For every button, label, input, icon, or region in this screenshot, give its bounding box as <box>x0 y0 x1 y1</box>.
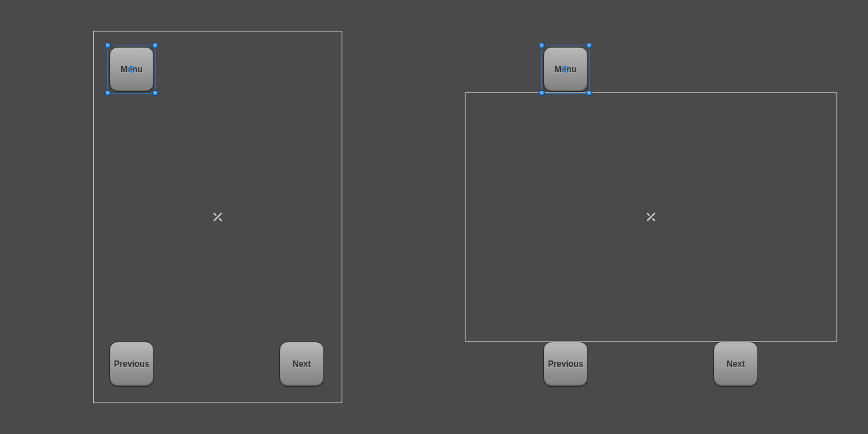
next-button-label: Next <box>293 359 311 369</box>
next-button[interactable]: Next <box>279 342 324 386</box>
selection-handle-br[interactable] <box>587 90 593 97</box>
previous-button-label: Previous <box>548 359 584 369</box>
next-button-label: Next <box>727 359 745 369</box>
next-button[interactable]: Next <box>713 342 758 386</box>
selection-handle-bl[interactable] <box>539 90 545 97</box>
selection-handle-br[interactable] <box>153 90 159 97</box>
previous-button[interactable]: Previous <box>109 342 154 386</box>
selection-handle-bl[interactable] <box>105 90 111 97</box>
selection-center-handle[interactable] <box>128 66 135 73</box>
selection-handle-tr[interactable] <box>587 43 593 49</box>
selection-center-handle[interactable] <box>562 66 569 73</box>
canvas-landscape[interactable] <box>465 92 837 342</box>
previous-button[interactable]: Previous <box>543 342 588 386</box>
previous-button-label: Previous <box>114 359 150 369</box>
selection-handle-tl[interactable] <box>105 43 111 49</box>
selection-handle-tl[interactable] <box>539 43 545 49</box>
selection-handle-tr[interactable] <box>153 43 159 49</box>
